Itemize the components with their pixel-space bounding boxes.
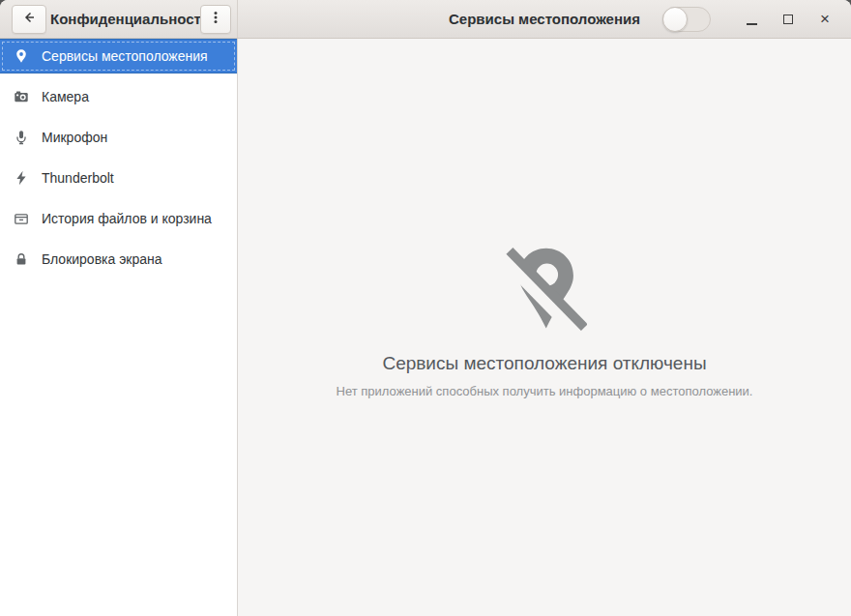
kebab-menu-icon xyxy=(208,10,223,29)
location-icon xyxy=(14,48,29,64)
minimize-button[interactable] xyxy=(733,5,770,34)
screen-lock-icon xyxy=(14,251,29,267)
window-controls: × xyxy=(733,5,851,34)
thunderbolt-icon xyxy=(14,170,29,186)
titlebar: Конфиденциальность Сервисы местоположени… xyxy=(0,0,851,39)
menu-button[interactable] xyxy=(200,5,231,34)
sidebar-item-label: Сервисы местоположения xyxy=(42,48,208,64)
camera-icon xyxy=(14,89,29,104)
app-body: Сервисы местоположения Камера Микрофон T… xyxy=(0,39,851,616)
titlebar-sidebar-section: Конфиденциальность xyxy=(0,0,238,38)
maximize-button[interactable] xyxy=(770,5,807,34)
sidebar-item-microphone[interactable]: Микрофон xyxy=(0,120,237,155)
sidebar-item-label: Thunderbolt xyxy=(42,170,114,186)
close-icon: × xyxy=(820,11,830,27)
location-disabled-icon xyxy=(502,245,587,334)
microphone-icon xyxy=(14,130,29,145)
sidebar-title: Конфиденциальность xyxy=(46,11,200,27)
sidebar-item-file-history[interactable]: История файлов и корзина xyxy=(0,201,237,236)
sidebar-item-label: Блокировка экрана xyxy=(42,251,162,267)
settings-window: Конфиденциальность Сервисы местоположени… xyxy=(0,0,851,616)
sidebar-item-thunderbolt[interactable]: Thunderbolt xyxy=(0,161,237,195)
minimize-icon xyxy=(747,23,757,25)
location-services-toggle[interactable] xyxy=(662,7,711,32)
sidebar-item-camera[interactable]: Камера xyxy=(0,79,237,114)
sidebar-item-label: Камера xyxy=(42,89,89,104)
close-button[interactable]: × xyxy=(807,5,843,34)
empty-state-description: Нет приложений способных получить информ… xyxy=(337,384,753,398)
sidebar-item-label: Микрофон xyxy=(42,130,107,145)
back-button[interactable] xyxy=(12,5,46,34)
toggle-knob xyxy=(662,7,688,32)
sidebar-item-screen-lock[interactable]: Блокировка экрана xyxy=(0,242,237,277)
empty-state-title: Сервисы местоположения отключены xyxy=(382,353,706,374)
back-arrow-icon xyxy=(21,10,37,29)
titlebar-main-section: Сервисы местоположения × xyxy=(238,0,851,38)
sidebar-item-location-services[interactable]: Сервисы местоположения xyxy=(0,39,237,73)
sidebar-item-label: История файлов и корзина xyxy=(42,211,212,226)
maximize-icon xyxy=(783,15,793,24)
main-content: Сервисы местоположения отключены Нет при… xyxy=(238,39,851,616)
sidebar: Сервисы местоположения Камера Микрофон T… xyxy=(0,39,238,616)
file-history-icon xyxy=(14,211,29,226)
